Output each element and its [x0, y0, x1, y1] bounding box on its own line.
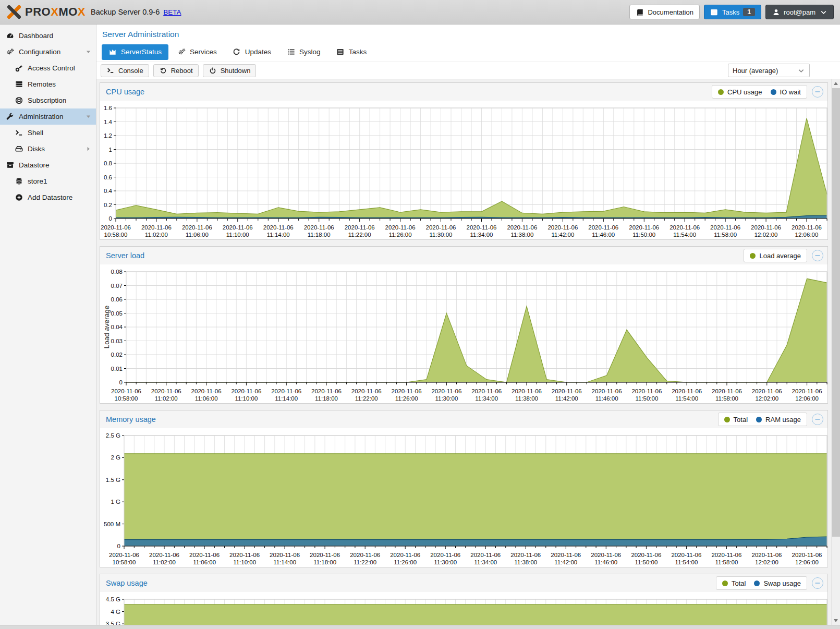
svg-text:11:26:00: 11:26:00 — [395, 395, 418, 402]
timeframe-value: Hour (average) — [733, 67, 778, 75]
legend-item-total[interactable]: Total — [722, 579, 746, 587]
svg-text:2020-11-06: 2020-11-06 — [311, 388, 342, 394]
sidebar-item-shell[interactable]: Shell — [0, 125, 96, 141]
sidebar-item-label: store1 — [28, 177, 47, 185]
legend-item-load-average[interactable]: Load average — [750, 252, 801, 260]
sidebar-item-administration[interactable]: Administration — [0, 108, 96, 125]
svg-text:1 G: 1 G — [111, 499, 120, 505]
reboot-button[interactable]: Reboot — [153, 64, 199, 77]
timeframe-select[interactable]: Hour (average) — [728, 64, 810, 77]
user-label: root@pam — [784, 8, 815, 16]
sidebar-item-add-datastore[interactable]: Add Datastore — [0, 189, 96, 205]
tasks-count-badge: 1 — [743, 8, 755, 16]
svg-text:11:18:00: 11:18:00 — [315, 395, 338, 402]
sidebar-nav: DashboardConfigurationAccess ControlRemo… — [0, 25, 96, 629]
legend-item-cpu-usage[interactable]: CPU usage — [718, 88, 762, 96]
scroll-down-arrow[interactable] — [832, 616, 840, 625]
tab-label: Tasks — [349, 48, 367, 56]
tab-services[interactable]: Services — [171, 44, 224, 60]
tab-tasks[interactable]: Tasks — [330, 44, 374, 60]
tasks-button[interactable]: Tasks 1 — [704, 5, 761, 19]
svg-text:2020-11-06: 2020-11-06 — [231, 388, 261, 394]
svg-text:2020-11-06: 2020-11-06 — [141, 224, 172, 231]
collapse-panel-button[interactable] — [812, 577, 823, 589]
svg-text:2020-11-06: 2020-11-06 — [271, 388, 301, 394]
sidebar-item-remotes[interactable]: Remotes — [0, 76, 96, 92]
svg-text:11:58:00: 11:58:00 — [714, 232, 737, 238]
svg-text:2020-11-06: 2020-11-06 — [310, 552, 340, 558]
svg-text:11:30:00: 11:30:00 — [430, 232, 453, 238]
sidebar-item-disks[interactable]: Disks — [0, 141, 96, 157]
svg-text:2020-11-06: 2020-11-06 — [263, 224, 294, 231]
svg-text:4 G: 4 G — [111, 609, 120, 615]
tab-syslog[interactable]: Syslog — [280, 44, 327, 60]
legend-item-ram-usage[interactable]: RAM usage — [756, 416, 801, 424]
svg-text:2020-11-06: 2020-11-06 — [109, 552, 139, 558]
horizontal-scroll-strip[interactable] — [0, 625, 840, 629]
svg-text:11:34:00: 11:34:00 — [475, 395, 498, 402]
documentation-button[interactable]: Documentation — [629, 5, 699, 19]
svg-text:2020-11-06: 2020-11-06 — [751, 224, 781, 231]
panel-memory-usage: Memory usageTotalRAM usage0500 M1 G1.5 G… — [100, 410, 828, 567]
shutdown-button[interactable]: Shutdown — [203, 64, 257, 77]
life-ring-icon — [15, 96, 23, 105]
tab-updates[interactable]: Updates — [226, 44, 278, 60]
collapse-panel-button[interactable] — [812, 86, 823, 98]
svg-text:11:14:00: 11:14:00 — [273, 559, 296, 565]
panel-server-load: Server loadLoad average00.010.020.030.04… — [100, 246, 828, 404]
sidebar-item-subscription[interactable]: Subscription — [0, 92, 96, 108]
sidebar-item-configuration[interactable]: Configuration — [0, 44, 96, 60]
svg-text:10:58:00: 10:58:00 — [113, 559, 136, 565]
svg-text:0.08: 0.08 — [111, 269, 123, 275]
svg-text:11:18:00: 11:18:00 — [313, 559, 336, 565]
title-row: Server Administration — [96, 25, 840, 43]
svg-text:11:42:00: 11:42:00 — [554, 559, 577, 565]
legend-label: Total — [732, 579, 746, 587]
legend-item-swap-usage[interactable]: Swap usage — [754, 579, 801, 587]
svg-text:11:54:00: 11:54:00 — [675, 395, 698, 402]
svg-text:10:58:00: 10:58:00 — [104, 232, 128, 238]
panel-title: Swap usage — [106, 579, 148, 587]
sidebar-item-access-control[interactable]: Access Control — [0, 60, 96, 76]
sidebar-item-dashboard[interactable]: Dashboard — [0, 28, 96, 44]
svg-text:2020-11-06: 2020-11-06 — [392, 388, 422, 394]
chart-legend: CPU usageIO wait — [712, 85, 807, 99]
documentation-label: Documentation — [648, 8, 693, 16]
beta-link[interactable]: BETA — [163, 8, 181, 16]
sidebar-item-store1[interactable]: store1 — [0, 173, 96, 189]
hdd-icon — [15, 145, 23, 153]
sidebar-item-datastore[interactable]: Datastore — [0, 157, 96, 173]
scroll-up-arrow[interactable] — [832, 79, 840, 88]
chart-legend: TotalRAM usage — [718, 413, 807, 426]
svg-text:2020-11-06: 2020-11-06 — [711, 552, 741, 558]
collapse-panel-button[interactable] — [812, 250, 823, 261]
svg-text:2020-11-06: 2020-11-06 — [510, 552, 541, 558]
brand-text: PROXMOX — [25, 5, 86, 19]
scrollbar-thumb[interactable] — [832, 88, 840, 537]
svg-text:11:06:00: 11:06:00 — [193, 559, 216, 565]
panel-header-swap-usage: Swap usageTotalSwap usage — [100, 574, 827, 592]
svg-text:11:34:00: 11:34:00 — [470, 232, 493, 238]
legend-item-io-wait[interactable]: IO wait — [771, 88, 801, 96]
collapse-panel-button[interactable] — [812, 414, 823, 425]
svg-text:2020-11-06: 2020-11-06 — [631, 552, 661, 558]
sidebar-item-label: Access Control — [28, 64, 75, 72]
legend-dot-icon — [756, 417, 762, 422]
svg-text:2020-11-06: 2020-11-06 — [752, 552, 782, 558]
console-button[interactable]: Console — [101, 64, 149, 77]
svg-text:11:46:00: 11:46:00 — [595, 395, 618, 402]
refresh-icon — [233, 48, 241, 56]
svg-text:11:30:00: 11:30:00 — [435, 395, 458, 402]
tab-serverstatus[interactable]: ServerStatus — [102, 44, 168, 60]
svg-text:0.8: 0.8 — [104, 160, 112, 166]
legend-item-total[interactable]: Total — [724, 416, 748, 424]
svg-text:4.5 G: 4.5 G — [106, 596, 120, 602]
svg-text:2020-11-06: 2020-11-06 — [507, 224, 537, 231]
user-menu-button[interactable]: root@pam — [765, 5, 834, 19]
svg-text:11:02:00: 11:02:00 — [145, 232, 168, 238]
vertical-scrollbar[interactable] — [831, 79, 840, 625]
proxmox-backup-app: PROXMOX Backup Server 0.9-6 BETA Documen… — [0, 0, 840, 629]
svg-text:2020-11-06: 2020-11-06 — [712, 388, 742, 394]
archive-icon — [6, 161, 14, 170]
panel-title: Memory usage — [106, 415, 156, 424]
